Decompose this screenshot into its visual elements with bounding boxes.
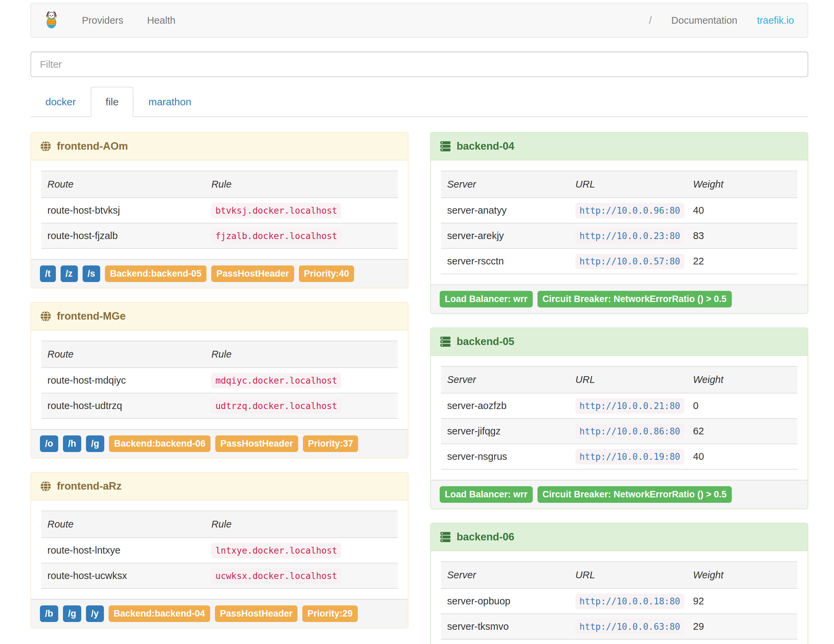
table-row: server-aozfzb http://10.0.0.21:80 0 [441,393,797,419]
frontend-card-mge: frontend-MGe Route Rule route-host-mdqi [31,302,409,458]
table-row: server-rscctn http://10.0.0.57:80 22 [441,249,797,274]
rule-value: lntxye.docker.localhost [211,543,341,558]
server-stack-icon [440,531,451,543]
load-balancer-badge: Load Balancer: wrr [440,486,533,503]
column-header-rule: Rule [205,341,398,368]
column-header-url: URL [569,562,687,589]
route-path-badge: /b [40,605,58,622]
nav-link-documentation[interactable]: Documentation [671,15,737,26]
frontend-card-footer: /o /h /g Backend:backend-06 PassHostHead… [31,429,408,458]
url-value: http://10.0.0.57:80 [575,254,684,269]
navbar: Providers Health / Documentation traefik… [31,3,808,38]
filter-input[interactable] [31,52,808,77]
url-cell: http://10.0.0.57:80 [569,249,687,274]
table-header-row: Route Rule [41,341,398,368]
tab-marathon[interactable]: marathon [133,87,206,117]
url-value: http://10.0.0.86:80 [575,424,684,439]
rule-cell: lntxye.docker.localhost [205,538,398,563]
column-header-server: Server [441,562,569,589]
rule-value: btvksj.docker.localhost [211,203,341,218]
globe-icon [40,481,52,492]
priority-badge: Priority:29 [302,605,358,622]
backend-title: backend-05 [457,335,514,348]
passhostheader-badge: PassHostHeader [211,265,294,282]
frontend-card-footer: /t /z /s Backend:backend-05 PassHostHead… [31,259,408,288]
servers-table: Server URL Weight server-opbuop http://1… [441,561,797,644]
frontend-title: frontend-aRz [57,480,121,492]
column-header-weight: Weight [687,366,797,393]
rule-cell: ucwksx.docker.localhost [205,563,398,589]
backend-card-05: backend-05 Server URL Weight [430,327,808,509]
passhostheader-badge: PassHostHeader [215,605,298,622]
url-value: http://10.0.0.18:80 [575,594,684,609]
backend-card-header: backend-04 [431,133,808,160]
server-name: server-updomo [441,639,569,644]
table-row: route-host-mdqiyc mdqiyc.docker.localhos… [41,368,398,393]
server-name: server-nsgrus [441,444,569,469]
frontend-title: frontend-AOm [57,140,128,152]
provider-tabs: docker file marathon [31,87,808,117]
backend-card-footer: Load Balancer: wrr Circuit Breaker: Netw… [431,480,808,508]
table-header-row: Route Rule [41,171,398,198]
server-stack-icon [440,336,451,347]
routes-table: Route Rule route-host-btvksj btvksj.dock… [41,171,398,249]
route-path-badge: /h [63,435,81,452]
backend-ref-badge: Backend:backend-06 [109,435,210,452]
frontends-column: frontend-AOm Route Rule route-host-btvk [31,132,409,628]
routes-table: Route Rule route-host-lntxye lntxye.dock… [41,511,398,589]
column-header-rule: Rule [205,511,398,538]
column-header-route: Route [41,341,205,368]
passhostheader-badge: PassHostHeader [215,435,298,452]
url-value: http://10.0.0.19:80 [575,449,684,464]
backend-title: backend-06 [457,531,514,543]
weight-value: 62 [687,419,797,444]
column-header-route: Route [41,511,205,538]
server-name: server-anatyy [441,198,569,223]
server-name: server-opbuop [441,589,569,614]
rule-value: udtrzq.docker.localhost [211,398,341,414]
traefik-logo-icon[interactable] [43,11,60,29]
backend-card-06: backend-06 Server URL Weight [430,523,808,644]
url-value: http://10.0.0.63:80 [575,619,684,634]
server-name: server-tksmvo [441,614,569,639]
servers-table: Server URL Weight server-anatyy http://1… [441,171,797,274]
table-row: route-host-udtrzq udtrzq.docker.localhos… [41,393,398,419]
traefik-dashboard-page: Providers Health / Documentation traefik… [0,0,834,644]
tab-file[interactable]: file [91,87,133,117]
weight-value: 22 [687,249,797,274]
frontend-card-arz: frontend-aRz Route Rule route-host-lntx [31,472,409,628]
table-header-row: Server URL Weight [441,366,797,393]
url-cell: http://10.0.0.23:80 [569,223,687,249]
backend-card-header: backend-06 [431,523,808,551]
frontend-card-aom: frontend-AOm Route Rule route-host-btvk [31,132,409,288]
table-header-row: Route Rule [41,511,398,538]
url-cell: http://10.0.0.63:80 [569,614,687,639]
url-cell: http://10.0.0.92:80 [569,639,687,644]
table-row: route-host-lntxye lntxye.docker.localhos… [41,538,398,563]
nav-link-traefik-io[interactable]: traefik.io [757,15,794,26]
table-row: server-anatyy http://10.0.0.96:80 40 [441,198,797,223]
route-path-badge: /o [40,435,58,452]
weight-value: 40 [687,444,797,469]
table-row: server-tksmvo http://10.0.0.63:80 29 [441,614,797,639]
globe-icon [40,311,52,322]
weight-value: 83 [687,223,797,249]
weight-value: 0 [687,393,797,419]
tab-docker[interactable]: docker [31,87,91,117]
route-path-badge: /g [86,435,104,452]
frontend-card-body: Route Rule route-host-btvksj btvksj.dock… [31,160,408,259]
nav-separator: / [649,15,651,26]
routes-table: Route Rule route-host-mdqiyc mdqiyc.dock… [41,341,398,419]
backend-ref-badge: Backend:backend-04 [109,605,210,622]
table-row: server-opbuop http://10.0.0.18:80 92 [441,589,797,614]
backends-column: backend-04 Server URL Weight [430,132,808,644]
priority-badge: Priority:37 [303,435,359,452]
nav-link-health[interactable]: Health [147,15,176,26]
backend-ref-badge: Backend:backend-05 [105,265,207,282]
weight-value: 57 [687,639,797,644]
column-header-url: URL [569,366,687,393]
url-value: http://10.0.0.23:80 [575,228,684,244]
table-row: route-host-fjzalb fjzalb.docker.localhos… [41,223,398,249]
nav-link-providers[interactable]: Providers [82,15,124,26]
route-path-badge: /s [82,265,100,282]
